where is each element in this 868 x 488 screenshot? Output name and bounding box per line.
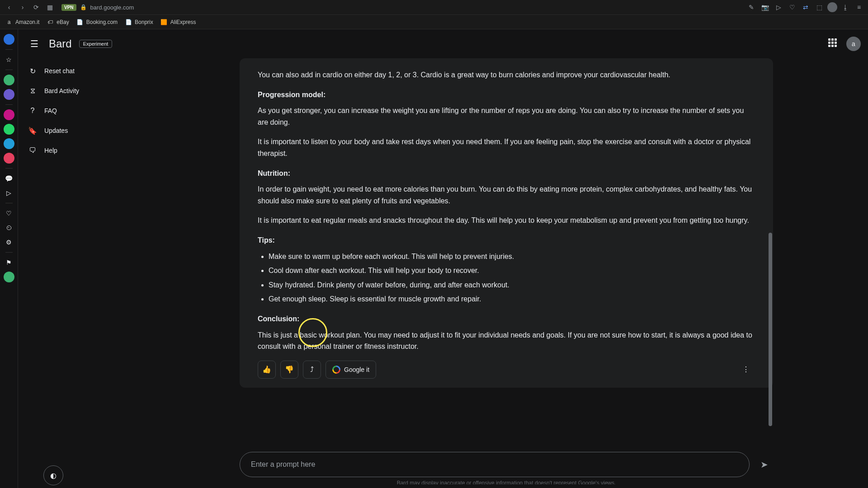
response-heading: Tips:: [258, 236, 275, 244]
response-card: You can also add in cardio on either day…: [240, 58, 773, 388]
extensions-icon[interactable]: ▦: [44, 2, 55, 13]
sidebar-item-faq[interactable]: ? FAQ: [22, 102, 141, 120]
response-paragraph: It is important to eat regular meals and…: [258, 215, 755, 226]
thumbs-up-button[interactable]: 👍: [258, 361, 276, 379]
scrollbar-thumb[interactable]: [769, 233, 772, 427]
prompt-box[interactable]: [240, 452, 750, 477]
feedback-row: 👍 👎 ⤴ Google it ⋮: [258, 361, 755, 379]
response-heading: Nutrition:: [258, 169, 290, 177]
rail-app-icon[interactable]: [4, 89, 14, 100]
cube-icon[interactable]: ⬚: [814, 2, 825, 13]
google-apps-icon[interactable]: [828, 38, 839, 49]
rail-separator: [5, 70, 13, 70]
play-icon[interactable]: ▷: [773, 2, 784, 13]
translate-icon[interactable]: ⇄: [800, 2, 811, 13]
response-paragraph: In order to gain weight, you need to eat…: [258, 183, 755, 206]
rail-separator: [5, 168, 13, 169]
heart-icon[interactable]: ♡: [787, 2, 797, 13]
sidebar: ↻ Reset chat ⧖ Bard Activity ? FAQ 🔖 Upd…: [18, 58, 145, 488]
rail-app-icon[interactable]: [4, 124, 14, 135]
send-button[interactable]: ➤: [755, 455, 773, 474]
bard-app: ☰ Bard Experiment a ↻ Reset chat ⧖ Bard …: [18, 29, 868, 488]
bookmark-item[interactable]: 📄 Booking.com: [76, 19, 118, 26]
menu-button[interactable]: ☰: [25, 35, 43, 53]
sidebar-item-label: FAQ: [44, 107, 57, 114]
rail-history-icon[interactable]: ⏲: [4, 222, 14, 233]
share-button[interactable]: ⤴: [303, 361, 321, 379]
sidebar-item-reset-chat[interactable]: ↻ Reset chat: [22, 62, 141, 80]
response-heading: Conclusion:: [258, 315, 299, 323]
bookmark-favicon: 🟧: [160, 19, 168, 26]
google-logo-icon: [332, 366, 340, 374]
reload-button[interactable]: ⟳: [31, 2, 42, 13]
sidebar-item-label: Bard Activity: [44, 87, 79, 94]
theme-toggle-button[interactable]: ◐: [43, 465, 63, 485]
bookmark-favicon: 🏷: [47, 19, 54, 26]
sidebar-item-updates[interactable]: 🔖 Updates: [22, 122, 141, 140]
rail-app-icon[interactable]: [4, 75, 14, 85]
rail-settings-icon[interactable]: ⚙: [4, 237, 14, 248]
download-icon[interactable]: ⭳: [840, 2, 851, 13]
rail-heart-icon[interactable]: ♡: [4, 208, 14, 219]
rail-app-icon[interactable]: [4, 153, 14, 164]
browser-side-rail: ☆ 💬 ▷ ♡ ⏲ ⚙ ⚑: [0, 29, 18, 488]
bookmark-item[interactable]: a Amazon.it: [5, 19, 39, 26]
more-options-button[interactable]: ⋮: [737, 361, 755, 379]
rail-app-icon[interactable]: [4, 272, 14, 282]
app-body: ↻ Reset chat ⧖ Bard Activity ? FAQ 🔖 Upd…: [18, 58, 868, 488]
tips-list: Make sure to warm up before each workout…: [269, 251, 755, 305]
app-header: ☰ Bard Experiment a: [18, 29, 868, 58]
lock-icon: 🔒: [80, 4, 87, 10]
rail-app-icon[interactable]: [4, 138, 14, 149]
address-bar[interactable]: VPN 🔒 bard.google.com: [61, 4, 743, 11]
rail-star-icon[interactable]: ☆: [4, 54, 14, 65]
bookmark-item[interactable]: 📄 Bonprix: [125, 19, 153, 26]
list-item: Make sure to warm up before each workout…: [269, 251, 755, 263]
response-paragraph: This is just a basic workout plan. You m…: [258, 329, 755, 352]
conversation-scroll[interactable]: You can also add in cardio on either day…: [240, 58, 773, 446]
reset-icon: ↻: [28, 66, 37, 75]
browser-top-bar: ‹ › ⟳ ▦ VPN 🔒 bard.google.com ✎ 📷 ▷ ♡ ⇄ …: [0, 0, 868, 15]
profile-avatar[interactable]: [827, 2, 837, 12]
prompt-row: ➤: [240, 452, 773, 477]
sidebar-item-label: Help: [44, 147, 57, 154]
rail-flag-icon[interactable]: ⚑: [4, 257, 14, 268]
bookmark-favicon: a: [5, 19, 13, 26]
rail-send-icon[interactable]: ▷: [4, 188, 14, 198]
list-item: Get enough sleep. Sleep is essential for…: [269, 293, 755, 305]
question-icon: ?: [28, 106, 37, 115]
response-paragraph: You can also add in cardio on either day…: [258, 69, 755, 81]
help-icon: 🗨: [28, 146, 37, 155]
brand-title: Bard: [49, 38, 72, 50]
bookmark-item[interactable]: 🏷 eBay: [47, 19, 69, 26]
scrollbar-track[interactable]: [769, 58, 772, 446]
google-it-label: Google it: [344, 366, 369, 373]
updates-icon: 🔖: [28, 126, 37, 135]
bookmark-favicon: 📄: [125, 19, 132, 26]
response-paragraph: It is important to listen to your body a…: [258, 136, 755, 159]
bookmark-label: AliExpress: [170, 19, 196, 25]
list-item: Stay hydrated. Drink plenty of water bef…: [269, 279, 755, 291]
back-button[interactable]: ‹: [4, 2, 14, 13]
camera-icon[interactable]: 📷: [760, 2, 770, 13]
bookmark-label: Booking.com: [86, 19, 118, 25]
prompt-input[interactable]: [251, 460, 738, 469]
sidebar-item-activity[interactable]: ⧖ Bard Activity: [22, 82, 141, 100]
google-it-button[interactable]: Google it: [326, 361, 376, 379]
rail-separator: [5, 104, 13, 105]
bookmark-item[interactable]: 🟧 AliExpress: [160, 19, 196, 26]
rail-messages-icon[interactable]: 💬: [4, 173, 14, 184]
forward-button[interactable]: ›: [17, 2, 28, 13]
thumbs-down-button[interactable]: 👎: [280, 361, 298, 379]
rail-app-icon[interactable]: [4, 34, 14, 45]
bookmarks-bar: a Amazon.it 🏷 eBay 📄 Booking.com 📄 Bonpr…: [0, 15, 868, 29]
menu-icon[interactable]: ≡: [854, 2, 864, 13]
rail-separator: [5, 252, 13, 253]
account-avatar[interactable]: a: [846, 37, 861, 51]
rail-app-icon[interactable]: [4, 109, 14, 120]
list-item: Cool down after each workout. This will …: [269, 265, 755, 277]
edit-icon[interactable]: ✎: [746, 2, 757, 13]
bookmark-label: Amazon.it: [15, 19, 39, 25]
sidebar-item-help[interactable]: 🗨 Help: [22, 141, 141, 160]
bookmark-favicon: 📄: [76, 19, 84, 26]
